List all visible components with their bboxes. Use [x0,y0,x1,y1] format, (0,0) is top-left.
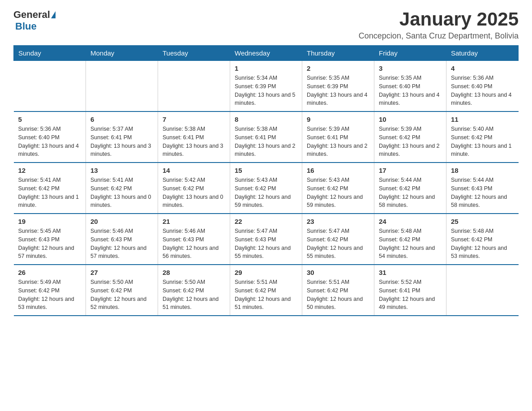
day-info: Sunrise: 5:51 AMSunset: 6:42 PMDaylight:… [235,278,297,312]
calendar-table: SundayMondayTuesdayWednesdayThursdayFrid… [13,45,519,316]
header-monday: Monday [86,46,158,61]
header-saturday: Saturday [446,46,519,61]
day-cell-11: 11Sunrise: 5:40 AMSunset: 6:42 PMDayligh… [446,111,519,163]
day-number: 30 [307,269,369,276]
day-number: 1 [235,64,297,72]
day-info: Sunrise: 5:38 AMSunset: 6:41 PMDaylight:… [163,125,225,158]
day-info: Sunrise: 5:48 AMSunset: 6:42 PMDaylight:… [379,227,442,261]
week-row-1: 1Sunrise: 5:34 AMSunset: 6:39 PMDaylight… [14,61,519,112]
day-number: 8 [235,116,297,123]
day-cell-5: 5Sunrise: 5:36 AMSunset: 6:40 PMDaylight… [14,111,86,163]
day-number: 23 [307,218,369,225]
day-cell-24: 24Sunrise: 5:48 AMSunset: 6:42 PMDayligh… [374,214,446,265]
day-number: 16 [307,167,369,174]
calendar-header-row: SundayMondayTuesdayWednesdayThursdayFrid… [14,46,519,61]
day-cell-3: 3Sunrise: 5:35 AMSunset: 6:40 PMDaylight… [374,61,446,112]
day-cell-26: 26Sunrise: 5:49 AMSunset: 6:42 PMDayligh… [14,265,86,316]
logo: General Blue [13,9,56,32]
day-number: 18 [451,167,514,174]
day-info: Sunrise: 5:50 AMSunset: 6:42 PMDaylight:… [90,278,153,312]
day-number: 25 [451,218,514,225]
empty-cell [158,61,230,112]
day-cell-2: 2Sunrise: 5:35 AMSunset: 6:39 PMDaylight… [302,61,374,112]
day-info: Sunrise: 5:44 AMSunset: 6:43 PMDaylight:… [451,176,514,210]
day-info: Sunrise: 5:47 AMSunset: 6:42 PMDaylight:… [307,227,369,261]
day-number: 28 [163,269,225,276]
day-cell-9: 9Sunrise: 5:39 AMSunset: 6:41 PMDaylight… [302,111,374,163]
day-number: 9 [307,116,369,123]
logo-general: General [13,9,50,21]
day-number: 2 [307,64,369,72]
day-cell-4: 4Sunrise: 5:36 AMSunset: 6:40 PMDaylight… [446,61,519,112]
day-cell-8: 8Sunrise: 5:38 AMSunset: 6:41 PMDaylight… [230,111,302,163]
day-cell-31: 31Sunrise: 5:52 AMSunset: 6:41 PMDayligh… [374,265,446,316]
day-cell-7: 7Sunrise: 5:38 AMSunset: 6:41 PMDaylight… [158,111,230,163]
week-row-5: 26Sunrise: 5:49 AMSunset: 6:42 PMDayligh… [14,265,519,316]
day-number: 17 [379,167,442,174]
day-cell-12: 12Sunrise: 5:41 AMSunset: 6:42 PMDayligh… [14,163,86,214]
day-cell-28: 28Sunrise: 5:50 AMSunset: 6:42 PMDayligh… [158,265,230,316]
empty-cell [86,61,158,112]
day-info: Sunrise: 5:37 AMSunset: 6:41 PMDaylight:… [90,125,153,158]
day-cell-20: 20Sunrise: 5:46 AMSunset: 6:43 PMDayligh… [86,214,158,265]
day-info: Sunrise: 5:43 AMSunset: 6:42 PMDaylight:… [307,176,369,210]
header-wednesday: Wednesday [230,46,302,61]
week-row-2: 5Sunrise: 5:36 AMSunset: 6:40 PMDaylight… [14,111,519,163]
day-cell-19: 19Sunrise: 5:45 AMSunset: 6:43 PMDayligh… [14,214,86,265]
day-info: Sunrise: 5:52 AMSunset: 6:41 PMDaylight:… [379,278,442,312]
day-number: 3 [379,64,442,72]
day-cell-16: 16Sunrise: 5:43 AMSunset: 6:42 PMDayligh… [302,163,374,214]
day-info: Sunrise: 5:48 AMSunset: 6:42 PMDaylight:… [451,227,514,261]
day-cell-6: 6Sunrise: 5:37 AMSunset: 6:41 PMDaylight… [86,111,158,163]
day-info: Sunrise: 5:41 AMSunset: 6:42 PMDaylight:… [18,176,82,210]
day-info: Sunrise: 5:44 AMSunset: 6:42 PMDaylight:… [379,176,442,210]
header-thursday: Thursday [302,46,374,61]
day-number: 29 [235,269,297,276]
day-info: Sunrise: 5:35 AMSunset: 6:40 PMDaylight:… [379,74,442,107]
day-cell-21: 21Sunrise: 5:46 AMSunset: 6:43 PMDayligh… [158,214,230,265]
day-cell-22: 22Sunrise: 5:47 AMSunset: 6:43 PMDayligh… [230,214,302,265]
day-cell-1: 1Sunrise: 5:34 AMSunset: 6:39 PMDaylight… [230,61,302,112]
day-cell-27: 27Sunrise: 5:50 AMSunset: 6:42 PMDayligh… [86,265,158,316]
day-cell-29: 29Sunrise: 5:51 AMSunset: 6:42 PMDayligh… [230,265,302,316]
day-cell-10: 10Sunrise: 5:39 AMSunset: 6:42 PMDayligh… [374,111,446,163]
day-number: 27 [90,269,153,276]
header-sunday: Sunday [14,46,86,61]
title-block: January 2025 Concepcion, Santa Cruz Depa… [359,9,519,41]
empty-cell [14,61,86,112]
day-cell-23: 23Sunrise: 5:47 AMSunset: 6:42 PMDayligh… [302,214,374,265]
day-info: Sunrise: 5:34 AMSunset: 6:39 PMDaylight:… [235,74,297,107]
day-number: 5 [18,116,82,123]
day-number: 19 [18,218,82,225]
day-info: Sunrise: 5:51 AMSunset: 6:42 PMDaylight:… [307,278,369,312]
day-cell-30: 30Sunrise: 5:51 AMSunset: 6:42 PMDayligh… [302,265,374,316]
week-row-3: 12Sunrise: 5:41 AMSunset: 6:42 PMDayligh… [14,163,519,214]
logo-blue: Blue [15,21,37,32]
day-number: 6 [90,116,153,123]
day-info: Sunrise: 5:47 AMSunset: 6:43 PMDaylight:… [235,227,297,261]
day-info: Sunrise: 5:50 AMSunset: 6:42 PMDaylight:… [163,278,225,312]
header-friday: Friday [374,46,446,61]
empty-cell [446,265,519,316]
day-info: Sunrise: 5:36 AMSunset: 6:40 PMDaylight:… [451,74,514,107]
day-number: 13 [90,167,153,174]
day-info: Sunrise: 5:46 AMSunset: 6:43 PMDaylight:… [90,227,153,261]
day-info: Sunrise: 5:45 AMSunset: 6:43 PMDaylight:… [18,227,82,261]
day-info: Sunrise: 5:46 AMSunset: 6:43 PMDaylight:… [163,227,225,261]
page-header: General Blue January 2025 Concepcion, Sa… [13,9,519,41]
day-cell-13: 13Sunrise: 5:41 AMSunset: 6:42 PMDayligh… [86,163,158,214]
day-info: Sunrise: 5:39 AMSunset: 6:42 PMDaylight:… [379,125,442,158]
day-info: Sunrise: 5:36 AMSunset: 6:40 PMDaylight:… [18,125,82,158]
location-subtitle: Concepcion, Santa Cruz Department, Boliv… [359,31,519,41]
day-number: 21 [163,218,225,225]
day-info: Sunrise: 5:35 AMSunset: 6:39 PMDaylight:… [307,74,369,107]
day-info: Sunrise: 5:39 AMSunset: 6:41 PMDaylight:… [307,125,369,158]
day-number: 12 [18,167,82,174]
day-number: 31 [379,269,442,276]
day-number: 24 [379,218,442,225]
day-info: Sunrise: 5:40 AMSunset: 6:42 PMDaylight:… [451,125,514,158]
header-tuesday: Tuesday [158,46,230,61]
day-info: Sunrise: 5:38 AMSunset: 6:41 PMDaylight:… [235,125,297,158]
day-info: Sunrise: 5:43 AMSunset: 6:42 PMDaylight:… [235,176,297,210]
day-number: 14 [163,167,225,174]
